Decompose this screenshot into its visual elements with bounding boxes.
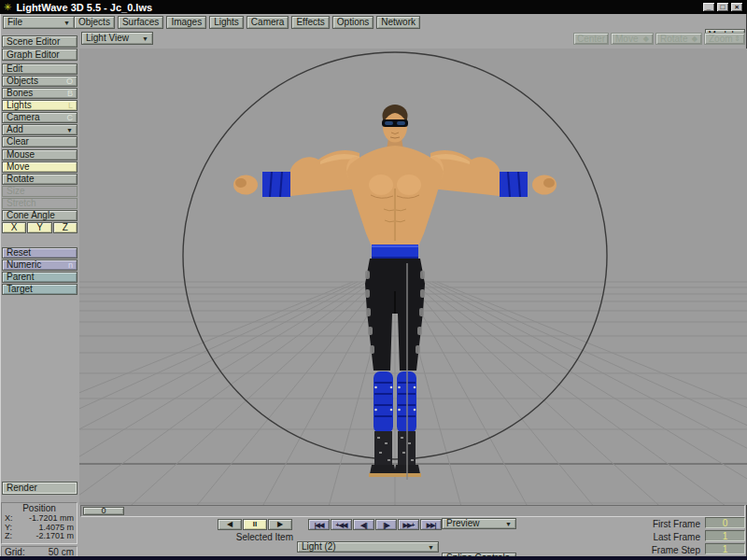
zoom-updown-icon: ⇕ <box>734 35 740 43</box>
tab-lights[interactable]: Lights <box>209 16 244 29</box>
first-frame-label: First Frame <box>616 519 700 529</box>
rotate-tool-button[interactable]: Rotate <box>2 174 78 185</box>
render-button[interactable]: Render <box>2 482 78 495</box>
mouse-button[interactable]: Mouse <box>2 149 78 161</box>
tab-strip: Objects Surfaces Images Lights Camera Ef… <box>74 16 420 29</box>
last-frame-field[interactable]: 1 <box>705 530 745 541</box>
viewport-zoom-button[interactable]: Zoom ⇕ <box>704 33 745 45</box>
viewport-scene <box>79 49 747 505</box>
menu-row: File ▼ Objects Surfaces Images Lights Ca… <box>0 14 747 31</box>
tab-effects[interactable]: Effects <box>291 16 329 29</box>
edit-lights-shortcut: L <box>68 102 73 110</box>
chevron-down-icon: ▼ <box>66 127 73 133</box>
preview-label: Preview <box>446 519 480 528</box>
tab-camera[interactable]: Camera <box>247 16 289 29</box>
edit-objects-button[interactable]: Objects O <box>2 76 78 87</box>
stretch-tool-button: Stretch <box>2 198 78 209</box>
frame-step-label: Frame Step <box>616 545 700 555</box>
clear-button[interactable]: Clear <box>2 136 78 147</box>
viewport-rotate-button[interactable]: Rotate ◆ <box>655 33 702 45</box>
view-selector-label: Light View <box>86 34 129 43</box>
app-icon: ✳ <box>4 2 11 12</box>
axis-z-button[interactable]: Z <box>53 222 78 233</box>
selected-item-label: Selected Item <box>173 532 293 542</box>
window-title: LightWave 3D 5.5 - Jc_0.lws <box>16 2 152 13</box>
selected-item-dropdown[interactable]: Light (2) ▼ <box>297 541 439 553</box>
left-tool-panel: Scene Editor Graph Editor Edit Objects O… <box>0 31 79 560</box>
frame-step-field[interactable]: 1 <box>705 543 745 554</box>
view-selector-dropdown[interactable]: Light View ▼ <box>81 32 153 45</box>
play-forward-button[interactable]: ▶ <box>268 519 292 530</box>
preview-dropdown[interactable]: Preview ▼ <box>442 518 516 529</box>
frame-slider-handle[interactable]: 0 <box>83 507 124 515</box>
reset-button[interactable]: Reset <box>2 247 78 259</box>
cone-angle-button[interactable]: Cone Angle <box>2 210 78 221</box>
pause-button[interactable]: II <box>243 519 267 530</box>
maximize-button[interactable]: □ <box>716 2 729 12</box>
viewport-move-button[interactable]: Move ◆ <box>611 33 654 45</box>
move-diamond-icon: ◆ <box>643 35 649 43</box>
position-panel: Position X:-1.7201 mm Y:1.4075 m Z:-2.17… <box>1 502 78 544</box>
tab-images[interactable]: Images <box>166 16 206 29</box>
title-bar[interactable]: ✳ LightWave 3D 5.5 - Jc_0.lws _ □ × <box>0 0 747 14</box>
shift-forward-button[interactable]: ▶▶+ <box>398 519 419 530</box>
lightwave-window: ✳ LightWave 3D 5.5 - Jc_0.lws _ □ × File… <box>0 0 747 560</box>
rotate-diamond-icon: ◆ <box>692 35 698 43</box>
numeric-button[interactable]: Numeric n <box>2 259 78 271</box>
file-dropdown[interactable]: File ▼ <box>3 16 75 29</box>
edit-button[interactable]: Edit <box>2 63 78 75</box>
numeric-label: Numeric <box>7 260 41 270</box>
axis-y-button[interactable]: Y <box>27 222 51 233</box>
edit-objects-label: Objects <box>7 77 38 86</box>
play-reverse-button[interactable]: ◀ <box>218 519 242 530</box>
file-label: File <box>7 18 22 27</box>
tab-network[interactable]: Network <box>376 16 420 29</box>
viewport-nav-buttons: Center Move ◆ Rotate ◆ Zoom ⇕ <box>573 33 745 45</box>
numeric-shortcut: n <box>68 261 73 270</box>
viewport-zoom-label: Zoom <box>709 35 733 44</box>
tab-surfaces[interactable]: Surfaces <box>118 16 163 29</box>
last-frame-label: Last Frame <box>616 532 700 542</box>
go-to-last-frame-button[interactable]: ▶▶| <box>420 519 442 530</box>
edit-camera-button[interactable]: Camera C <box>2 112 78 123</box>
close-button[interactable]: × <box>730 2 743 12</box>
go-to-first-frame-button[interactable]: |◀◀ <box>308 519 330 530</box>
viewport-center-button[interactable]: Center <box>573 33 609 45</box>
viewport[interactable] <box>79 49 747 505</box>
tab-options[interactable]: Options <box>332 16 374 29</box>
add-dropdown[interactable]: Add ▼ <box>2 124 78 135</box>
viewport-header: Light View ▼ Center Move ◆ Rotate ◆ Zoom… <box>79 31 747 49</box>
edit-bones-shortcut: B <box>67 90 73 98</box>
transport-controls: ◀ II ▶ <box>218 519 292 530</box>
add-label: Add <box>7 125 23 134</box>
tab-objects[interactable]: Objects <box>74 16 115 29</box>
frame-slider-track[interactable]: 0 <box>80 505 745 517</box>
first-frame-field[interactable]: 0 <box>705 517 745 528</box>
position-z-value: -2.1701 m <box>35 532 74 541</box>
size-tool-button: Size <box>2 186 78 197</box>
edit-lights-label: Lights <box>7 101 32 110</box>
viewport-rotate-label: Rotate <box>660 35 687 44</box>
position-z-label: Z: <box>5 532 12 541</box>
target-button[interactable]: Target <box>2 284 78 295</box>
axis-x-button[interactable]: X <box>2 222 26 233</box>
edit-camera-shortcut: C <box>67 114 74 122</box>
minimize-button[interactable]: _ <box>702 2 715 12</box>
scene-editor-button[interactable]: Scene Editor <box>2 35 78 48</box>
edit-bones-label: Bones <box>7 89 33 98</box>
screen-bottom-edge <box>0 556 747 560</box>
graph-editor-button[interactable]: Graph Editor <box>2 49 78 61</box>
chevron-down-icon: ▼ <box>505 521 512 527</box>
edit-bones-button[interactable]: Bones B <box>2 88 78 99</box>
chevron-down-icon: ▼ <box>142 35 148 42</box>
move-tool-button[interactable]: Move <box>2 161 78 173</box>
edit-lights-button[interactable]: Lights L <box>2 100 78 111</box>
edit-camera-label: Camera <box>7 113 40 122</box>
step-back-button[interactable]: ◀|| <box>353 519 374 530</box>
selected-item-value: Light (2) <box>302 542 336 552</box>
viewport-move-label: Move <box>615 35 638 44</box>
shift-back-button[interactable]: +◀◀ <box>331 519 352 530</box>
edit-objects-shortcut: O <box>66 77 73 86</box>
step-forward-button[interactable]: ||▶ <box>375 519 397 530</box>
parent-button[interactable]: Parent <box>2 272 78 283</box>
